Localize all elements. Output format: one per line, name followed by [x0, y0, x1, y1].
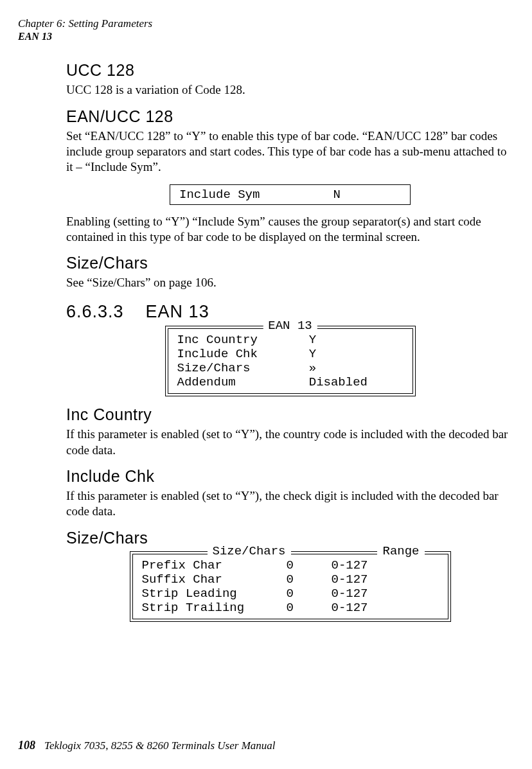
menu-row: Size/Chars »	[177, 361, 403, 375]
paragraph: Set “EAN/UCC 128” to “Y” to enable this …	[66, 128, 514, 175]
section-line: EAN 13	[18, 30, 514, 43]
menu-row: Addendum Disabled	[177, 375, 403, 389]
manual-title: Teklogix 7035, 8255 & 8260 Terminals Use…	[44, 739, 276, 752]
menu-box-include-sym: Include Sym N	[170, 184, 411, 205]
chapter-line: Chapter 6: Setting Parameters	[18, 17, 514, 30]
paragraph: If this parameter is enabled (set to “Y”…	[66, 488, 514, 520]
param-name: Strip Trailing	[142, 601, 287, 615]
menu-row: Strip Trailing00-127	[142, 601, 439, 615]
param-value: 0	[287, 558, 332, 572]
body-column: UCC 128 UCC 128 is a variation of Code 1…	[66, 61, 514, 621]
param-range: 0-127	[332, 572, 439, 587]
paragraph: If this parameter is enabled (set to “Y”…	[66, 427, 514, 458]
heading-include-chk: Include Chk	[66, 467, 514, 486]
param-value: 0	[287, 587, 332, 601]
section-number: 6.6.3.3	[66, 302, 124, 321]
menu-row: Include Chk Y	[177, 347, 403, 361]
param-name: Prefix Char	[142, 558, 287, 572]
menu-rows: Inc Country YInclude Chk YSize/Chars »Ad…	[177, 333, 403, 389]
param-value: 0	[287, 601, 332, 615]
param-name: Strip Leading	[142, 587, 287, 601]
paragraph: Enabling (setting to “Y”) “Include Sym” …	[66, 214, 514, 245]
menu-rows: Prefix Char00-127Suffix Char00-127Strip …	[142, 558, 439, 615]
page-footer: 108Teklogix 7035, 8255 & 8260 Terminals …	[18, 739, 276, 752]
param-range: 0-127	[332, 587, 439, 601]
param-range: 0-127	[332, 558, 439, 572]
heading-eanucc128: EAN/UCC 128	[66, 107, 514, 126]
page: Chapter 6: Setting Parameters EAN 13 UCC…	[0, 0, 532, 769]
menu-row: Strip Leading00-127	[142, 587, 439, 601]
menu-row: Prefix Char00-127	[142, 558, 439, 572]
section-name: EAN 13	[146, 302, 209, 321]
menu-legend-right: Range	[377, 544, 424, 558]
menu-box-sizechars: Size/Chars Range Prefix Char00-127Suffix…	[130, 551, 451, 622]
heading-sizechars: Size/Chars	[66, 254, 514, 272]
menu-legend: EAN 13	[263, 319, 317, 333]
running-header: Chapter 6: Setting Parameters EAN 13	[18, 17, 514, 43]
menu-row: Suffix Char00-127	[142, 572, 439, 587]
heading-ucc128: UCC 128	[66, 61, 514, 80]
param-name: Suffix Char	[142, 572, 287, 587]
paragraph: See “Size/Chars” on page 106.	[66, 275, 514, 290]
page-number: 108	[18, 739, 35, 752]
menu-line: Include Sym N	[179, 188, 401, 202]
menu-row: Inc Country Y	[177, 333, 403, 347]
menu-legend-left: Size/Chars	[208, 544, 291, 558]
param-range: 0-127	[332, 601, 439, 615]
heading-inc-country: Inc Country	[66, 405, 514, 424]
menu-box-ean13: EAN 13 Inc Country YInclude Chk YSize/Ch…	[165, 326, 416, 396]
paragraph: UCC 128 is a variation of Code 128.	[66, 82, 514, 98]
param-value: 0	[287, 572, 332, 587]
